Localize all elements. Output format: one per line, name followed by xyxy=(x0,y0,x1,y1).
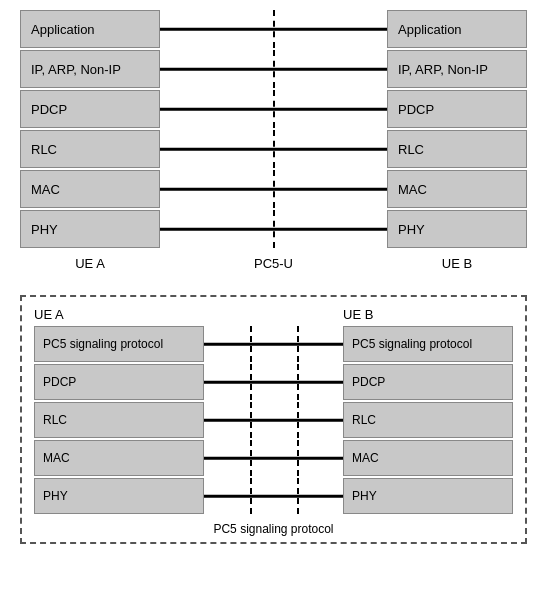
bottom-diagram: UE A UE B PC5 signaling protocolPDCPRLCM… xyxy=(20,295,527,544)
bottom-left-box-3: MAC xyxy=(34,440,204,476)
top-right-box-4: MAC xyxy=(387,170,527,208)
top-connector-3 xyxy=(160,130,387,168)
bottom-dashed-right-0 xyxy=(297,326,299,362)
bottom-right-col: PC5 signaling protocolPDCPRLCMACPHY xyxy=(343,326,513,516)
top-right-box-0: Application xyxy=(387,10,527,48)
bottom-left-box-4: PHY xyxy=(34,478,204,514)
bottom-solid-line-2 xyxy=(204,419,343,422)
top-left-box-3: RLC xyxy=(20,130,160,168)
bottom-solid-line-0 xyxy=(204,343,343,346)
top-connector-1 xyxy=(160,50,387,88)
top-left-box-1: IP, ARP, Non-IP xyxy=(20,50,160,88)
bottom-dashed-right-1 xyxy=(297,364,299,400)
top-row-5: PHYPHY xyxy=(20,210,527,248)
top-left-box-4: MAC xyxy=(20,170,160,208)
bottom-conn-row-4 xyxy=(204,478,343,514)
top-left-box-5: PHY xyxy=(20,210,160,248)
bottom-right-box-1: PDCP xyxy=(343,364,513,400)
bottom-dashed-left-2 xyxy=(250,402,252,438)
label-ue-a: UE A xyxy=(20,256,160,271)
bottom-top-labels: UE A UE B xyxy=(34,307,513,322)
bottom-right-box-3: MAC xyxy=(343,440,513,476)
dashed-vertical-4 xyxy=(273,170,275,208)
bottom-conn-row-3 xyxy=(204,440,343,476)
top-left-box-0: Application xyxy=(20,10,160,48)
top-right-box-2: PDCP xyxy=(387,90,527,128)
top-row-4: MACMAC xyxy=(20,170,527,208)
bottom-right-box-4: PHY xyxy=(343,478,513,514)
bottom-right-box-0: PC5 signaling protocol xyxy=(343,326,513,362)
bottom-footer-label: PC5 signaling protocol xyxy=(213,522,333,536)
dashed-vertical-5 xyxy=(273,210,275,248)
label-pc5u: PC5-U xyxy=(160,256,387,271)
dashed-vertical-2 xyxy=(273,90,275,128)
bottom-conn-row-2 xyxy=(204,402,343,438)
bottom-dashed-left-1 xyxy=(250,364,252,400)
top-connector-0 xyxy=(160,10,387,48)
bottom-conn-row-1 xyxy=(204,364,343,400)
top-left-box-2: PDCP xyxy=(20,90,160,128)
label-ue-b: UE B xyxy=(387,256,527,271)
top-connector-2 xyxy=(160,90,387,128)
top-row-3: RLCRLC xyxy=(20,130,527,168)
bottom-dashed-right-4 xyxy=(297,478,299,514)
dashed-vertical-3 xyxy=(273,130,275,168)
bottom-dashed-left-3 xyxy=(250,440,252,476)
bottom-connector-col xyxy=(204,326,343,516)
top-diagram: ApplicationApplicationIP, ARP, Non-IPIP,… xyxy=(20,10,527,271)
dashed-vertical-0 xyxy=(273,10,275,48)
top-connector-4 xyxy=(160,170,387,208)
bottom-left-box-0: PC5 signaling protocol xyxy=(34,326,204,362)
bottom-solid-line-4 xyxy=(204,495,343,498)
top-labels-row: UE A PC5-U UE B xyxy=(20,256,527,271)
bottom-solid-line-1 xyxy=(204,381,343,384)
bottom-dashed-left-4 xyxy=(250,478,252,514)
top-row-1: IP, ARP, Non-IPIP, ARP, Non-IP xyxy=(20,50,527,88)
top-row-2: PDCPPDCP xyxy=(20,90,527,128)
bottom-left-col: PC5 signaling protocolPDCPRLCMACPHY xyxy=(34,326,204,516)
top-row-0: ApplicationApplication xyxy=(20,10,527,48)
bottom-left-box-1: PDCP xyxy=(34,364,204,400)
bottom-left-box-2: RLC xyxy=(34,402,204,438)
bottom-label-ue-a: UE A xyxy=(34,307,204,322)
bottom-label-ue-b: UE B xyxy=(343,307,513,322)
top-protocol-rows: ApplicationApplicationIP, ARP, Non-IPIP,… xyxy=(20,10,527,250)
bottom-stacks-wrapper: PC5 signaling protocolPDCPRLCMACPHYPC5 s… xyxy=(34,326,513,516)
top-right-box-3: RLC xyxy=(387,130,527,168)
bottom-protocol-rows: PC5 signaling protocolPDCPRLCMACPHYPC5 s… xyxy=(34,326,513,516)
bottom-solid-line-3 xyxy=(204,457,343,460)
dashed-vertical-1 xyxy=(273,50,275,88)
top-right-box-1: IP, ARP, Non-IP xyxy=(387,50,527,88)
top-connector-5 xyxy=(160,210,387,248)
top-right-box-5: PHY xyxy=(387,210,527,248)
bottom-dashed-right-3 xyxy=(297,440,299,476)
bottom-conn-row-0 xyxy=(204,326,343,362)
bottom-right-box-2: RLC xyxy=(343,402,513,438)
bottom-dashed-right-2 xyxy=(297,402,299,438)
main-container: ApplicationApplicationIP, ARP, Non-IPIP,… xyxy=(20,10,527,544)
bottom-dashed-left-0 xyxy=(250,326,252,362)
